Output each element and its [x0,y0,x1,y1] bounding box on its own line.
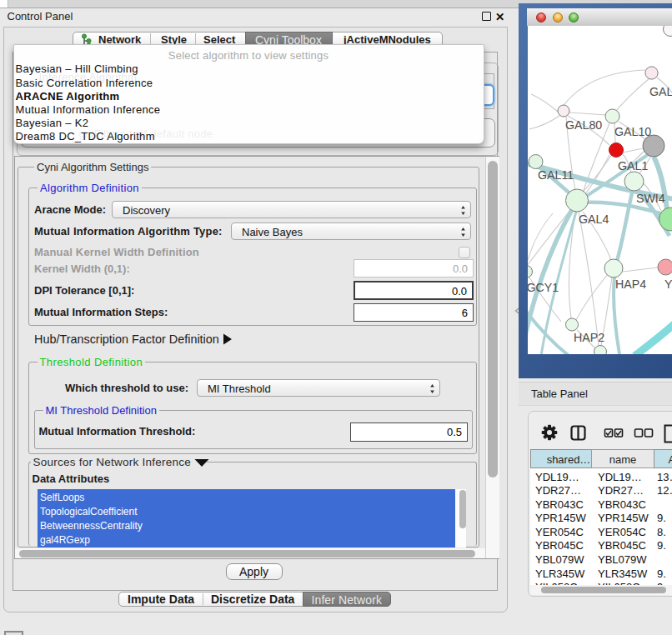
svg-text:GAL80: GAL80 [565,118,602,132]
svg-text:GAL7: GAL7 [649,85,672,98]
svg-text:YB: YB [664,278,672,291]
svg-text:HAP2: HAP2 [574,331,604,344]
svg-text:GAL1: GAL1 [618,159,648,172]
svg-text:GAL11: GAL11 [538,168,574,182]
svg-text:SWI4: SWI4 [636,192,665,205]
svg-text:HAP4: HAP4 [615,278,646,291]
svg-text:GAL10: GAL10 [614,125,651,138]
svg-text:GCY1: GCY1 [528,281,559,294]
svg-text:GAL4: GAL4 [579,212,609,226]
